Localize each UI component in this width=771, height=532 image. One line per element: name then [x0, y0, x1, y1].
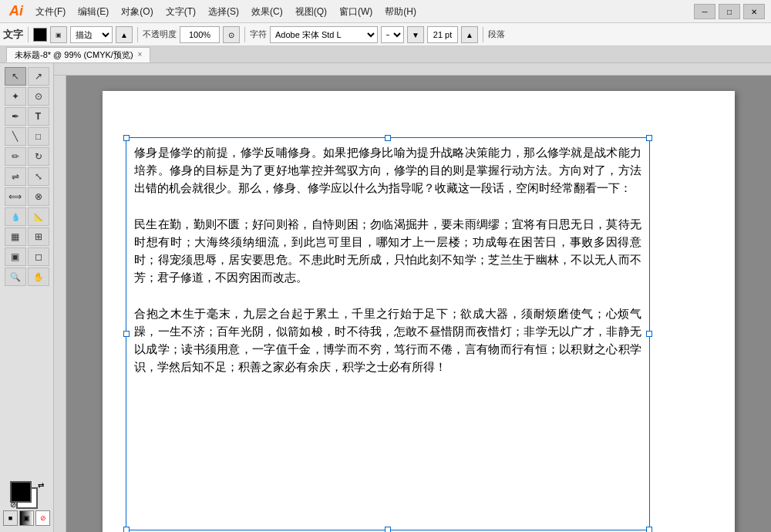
lasso-tool[interactable]: ⊙ — [28, 87, 49, 106]
text-type-label: 文字 — [3, 28, 23, 42]
divider2 — [137, 27, 138, 42]
hand-tool[interactable]: ✋ — [28, 268, 49, 286]
minimize-button[interactable]: ─ — [694, 4, 715, 19]
handle-bot-mid[interactable] — [385, 527, 391, 532]
window-controls: ─ □ ✕ — [694, 4, 768, 19]
none-mode-btn[interactable]: ⊘ — [35, 510, 50, 526]
divider3 — [244, 27, 245, 42]
tab-title: 未标题-8* @ 99% (CMYK/预览) — [15, 47, 133, 62]
mirror-tool[interactable]: ⇌ — [5, 167, 26, 186]
swap-colors-icon[interactable]: ⇄ — [38, 481, 44, 490]
text-box[interactable]: 修身是修学的前提，修学反哺修身。如果把修身比喻为提升战略决策能力，那么修学就是战… — [126, 137, 650, 530]
color-swatches: ⇄ ⊘ — [10, 481, 44, 509]
title-bar: Ai 文件(F) 编辑(E) 对象(O) 文字(T) 选择(S) 效果(C) 视… — [0, 0, 771, 23]
eyedrop-tool[interactable]: 💧 — [5, 207, 26, 226]
menu-edit[interactable]: 编辑(E) — [72, 0, 115, 23]
divider1 — [28, 27, 29, 42]
width-tool[interactable]: ⟺ — [5, 187, 26, 206]
tab-close-button[interactable]: × — [138, 47, 143, 62]
handle-top-mid[interactable] — [385, 135, 391, 141]
mesh-tool[interactable]: ⊞ — [28, 227, 49, 246]
tool-row-0: ↖ ↗ — [0, 66, 53, 86]
handle-top-left[interactable] — [123, 135, 130, 141]
divider4 — [483, 27, 483, 42]
paragraph1: 修身是修学的前提，修学反哺修身。如果把修身比喻为提升战略决策能力，那么修学就是战… — [134, 146, 641, 194]
zoom-tool[interactable]: 🔍 — [5, 268, 26, 286]
pen-tool[interactable]: ✒ — [5, 107, 26, 126]
font-select[interactable]: Adobe 宋体 Std L — [270, 26, 378, 43]
text-color-swatch[interactable] — [33, 28, 47, 42]
handle-mid-right[interactable] — [646, 331, 652, 337]
paragraph3: 合抱之木生于毫末，九层之台起于累土，千里之行始于足下；欲成大器，须耐烦磨使气；心… — [134, 308, 641, 374]
active-tab[interactable]: 未标题-8* @ 99% (CMYK/预览) × — [6, 47, 150, 62]
gradient-mode-btn[interactable]: ▣ — [19, 510, 34, 526]
stroke-icon: ▣ — [50, 26, 67, 43]
handle-bot-left[interactable] — [123, 527, 130, 532]
canvas-page: 修身是修学的前提，修学反哺修身。如果把修身比喻为提升战略决策能力，那么修学就是战… — [103, 91, 735, 532]
handle-top-right[interactable] — [646, 135, 652, 141]
tool-row-7: 💧 📐 — [0, 207, 53, 227]
measure-tool[interactable]: 📐 — [28, 207, 49, 226]
paragraph2: 民生在勤，勤则不匮；好问则裕，自恃则困；勿临渴掘井，要未雨绸缪；宜将有日思无日，… — [134, 218, 641, 285]
eraser-tool[interactable]: ◻ — [28, 247, 49, 266]
shape-tool[interactable]: □ — [28, 127, 49, 146]
font-size-up[interactable]: ▲ — [461, 26, 478, 43]
handle-mid-left[interactable] — [123, 331, 130, 337]
none-color-icon[interactable]: ⊘ — [10, 500, 16, 509]
opacity-label: 不透明度 — [143, 29, 177, 40]
blend-tool[interactable]: ⊗ — [28, 187, 49, 206]
main-area: ↖ ↗ ✦ ⊙ ✒ T ╲ □ ✏ ↻ ⇌ ⤡ ⟺ ⊗ 💧 📐 — [0, 63, 771, 532]
fill-color-swatch[interactable] — [10, 481, 32, 503]
app-logo: Ai — [3, 3, 29, 19]
font-size-input[interactable] — [427, 26, 458, 43]
magic-wand-tool[interactable]: ✦ — [5, 87, 26, 106]
close-button[interactable]: ✕ — [743, 4, 765, 19]
menu-text[interactable]: 文字(T) — [160, 0, 202, 23]
toolbox: ↖ ↗ ✦ ⊙ ✒ T ╲ □ ✏ ↻ ⇌ ⤡ ⟺ ⊗ 💧 📐 — [0, 63, 54, 532]
menu-view[interactable]: 视图(Q) — [289, 0, 333, 23]
char-label: 字符 — [250, 29, 267, 40]
tool-row-9: ▣ ◻ — [0, 247, 53, 267]
tab-bar: 未标题-8* @ 99% (CMYK/预览) × — [0, 46, 771, 63]
bucket-tool[interactable]: ▣ — [5, 247, 26, 266]
main-toolbar: 文字 ▣ 描边 ▲▼ 不透明度 ⊙ 字符 Adobe 宋体 Std L ─ ▼ … — [0, 23, 771, 46]
tool-row-5: ⇌ ⤡ — [0, 167, 53, 187]
tool-row-2: ✒ T — [0, 106, 53, 126]
color-section: ⇄ ⊘ ■ ▣ ⊘ — [0, 478, 53, 529]
font-style-select[interactable]: ─ — [381, 26, 404, 43]
text-content: 修身是修学的前提，修学反哺修身。如果把修身比喻为提升战略决策能力，那么修学就是战… — [134, 144, 641, 376]
tool-row-10: 🔍 ✋ — [0, 267, 53, 287]
line-tool[interactable]: ╲ — [5, 127, 26, 146]
menu-effect[interactable]: 效果(C) — [245, 0, 289, 23]
text-tool[interactable]: T — [28, 107, 49, 126]
selection-tool[interactable]: ↖ — [5, 67, 26, 86]
rotate-tool[interactable]: ↻ — [28, 147, 49, 166]
menu-select[interactable]: 选择(S) — [202, 0, 245, 23]
gradient-tool[interactable]: ▦ — [5, 227, 26, 246]
maximize-button[interactable]: □ — [719, 4, 740, 19]
menu-file[interactable]: 文件(F) — [29, 0, 72, 23]
menu-object[interactable]: 对象(O) — [115, 0, 159, 23]
menu-window[interactable]: 窗口(W) — [333, 0, 379, 23]
canvas-scroll[interactable]: 修身是修学的前提，修学反哺修身。如果把修身比喻为提升战略决策能力，那么修学就是战… — [54, 63, 771, 532]
canvas-area: 修身是修学的前提，修学反哺修身。如果把修身比喻为提升战略决策能力，那么修学就是战… — [54, 63, 771, 532]
tool-row-1: ✦ ⊙ — [0, 86, 53, 106]
opacity-input[interactable] — [180, 26, 220, 43]
solid-mode-btn[interactable]: ■ — [3, 510, 18, 526]
tool-row-3: ╲ □ — [0, 126, 53, 146]
stroke-select[interactable]: 描边 — [70, 26, 113, 43]
direct-select-tool[interactable]: ↗ — [28, 67, 49, 86]
scale-tool[interactable]: ⤡ — [28, 167, 49, 186]
font-size-down[interactable]: ▼ — [407, 26, 424, 43]
color-mode-buttons: ■ ▣ ⊘ — [3, 510, 50, 526]
para-label: 段落 — [488, 29, 505, 40]
opacity-options[interactable]: ⊙ — [223, 26, 240, 43]
tool-row-8: ▦ ⊞ — [0, 227, 53, 247]
menu-bar: 文件(F) 编辑(E) 对象(O) 文字(T) 选择(S) 效果(C) 视图(Q… — [29, 0, 423, 23]
handle-bot-right[interactable] — [646, 527, 652, 532]
tool-row-4: ✏ ↻ — [0, 146, 53, 167]
tool-row-6: ⟺ ⊗ — [0, 187, 53, 207]
menu-help[interactable]: 帮助(H) — [379, 0, 423, 23]
pencil-tool[interactable]: ✏ — [5, 147, 26, 166]
stroke-arrow[interactable]: ▲▼ — [116, 26, 133, 43]
